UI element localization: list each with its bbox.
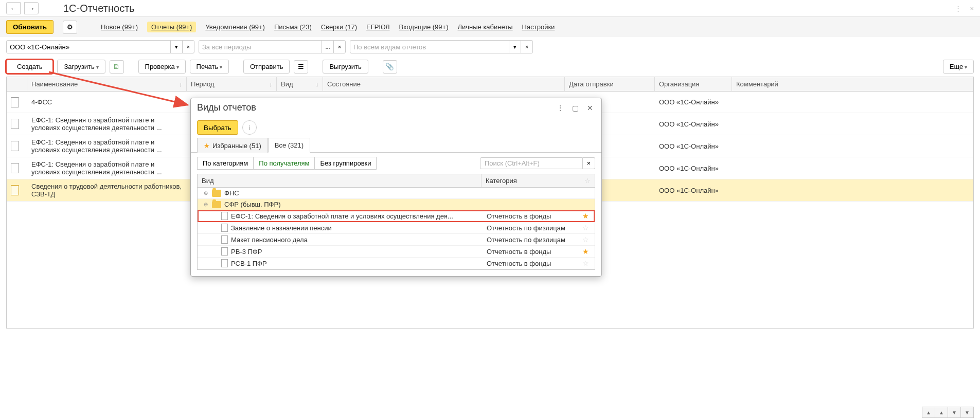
col-type[interactable]: Вид↓ [277, 77, 323, 91]
period-filter-input[interactable] [199, 40, 322, 53]
tree-category: Отчетность в фонды [483, 212, 580, 220]
check-button[interactable]: Проверка [138, 60, 186, 74]
org-filter-input[interactable] [6, 40, 171, 53]
tab-all[interactable]: Все (321) [268, 138, 310, 153]
subtab-categories[interactable]: По категориям [197, 157, 254, 170]
org-dropdown-button[interactable]: ▾ [170, 40, 183, 53]
tree-folder[interactable]: ⊖СФР (бывш. ПФР) [198, 199, 595, 210]
send-button[interactable]: Отправить [243, 60, 290, 74]
period-select-button[interactable]: ... [322, 40, 334, 53]
tree-item[interactable]: ЕФС-1: Сведения о заработной плате и усл… [198, 210, 595, 222]
col-period[interactable]: Период↓ [187, 77, 277, 91]
scroll-down-button[interactable]: ▼ [948, 407, 961, 418]
settings-button[interactable]: ⚙ [63, 21, 77, 34]
modal-col-category[interactable]: Категория ☆ [482, 174, 595, 187]
star-icon: ★ [204, 142, 210, 150]
col-state[interactable]: Состояние [323, 77, 565, 91]
document-icon [11, 185, 19, 195]
more-button[interactable]: Еще [943, 60, 974, 74]
expand-icon[interactable]: ⊖ [204, 202, 210, 207]
type-filter-input[interactable] [350, 40, 509, 53]
tree-item[interactable]: РВ-3 ПФРОтчетность в фонды★ [198, 246, 595, 258]
tree-label: Макет пенсионного дела [231, 236, 483, 244]
cell-name: Сведения о трудовой деятельности работни… [27, 179, 187, 201]
cell-name: ЕФС-1: Сведения о заработной плате и усл… [27, 135, 187, 157]
info-button[interactable]: i [242, 120, 257, 135]
period-clear-button[interactable]: × [333, 40, 346, 53]
col-org[interactable]: Организация [655, 77, 732, 91]
tab-reconciliations[interactable]: Сверки (17) [321, 23, 357, 31]
document-icon [11, 97, 19, 107]
modal-more-icon[interactable]: ⋮ [555, 103, 566, 113]
type-dropdown-button[interactable]: ▾ [509, 40, 521, 53]
select-button[interactable]: Выбрать [197, 120, 238, 135]
scroll-up-button[interactable]: ▲ [935, 407, 948, 418]
tree-category: Отчетность в фонды [483, 260, 580, 267]
search-input[interactable] [480, 157, 583, 169]
refresh-button[interactable]: Обновить [6, 20, 54, 34]
subtab-recipients[interactable]: По получателям [253, 157, 315, 170]
tab-new[interactable]: Новое (99+) [101, 23, 138, 31]
cell-name: ЕФС-1: Сведения о заработной плате и усл… [27, 113, 187, 135]
header-actions: ⋮ × [955, 5, 974, 12]
favorite-star-icon[interactable]: ★ [580, 247, 591, 256]
tab-reports[interactable]: Отчеты (99+) [147, 22, 196, 32]
file-icon [221, 259, 228, 267]
cell-org: ООО «1С-Онлайн» [655, 113, 732, 135]
more-icon[interactable]: ⋮ [955, 5, 961, 12]
tab-notifications[interactable]: Уведомления (99+) [205, 23, 265, 31]
favorite-star-icon[interactable]: ☆ [580, 259, 591, 267]
expand-icon[interactable]: ⊕ [204, 190, 210, 196]
sort-arrow-icon: ↓ [316, 81, 319, 87]
cell-org: ООО «1С-Онлайн» [655, 135, 732, 157]
tree-item[interactable]: Макет пенсионного делаОтчетность по физл… [198, 234, 595, 246]
col-icon[interactable] [7, 77, 27, 91]
tab-cabinets[interactable]: Личные кабинеты [457, 23, 512, 31]
load-button[interactable]: Загрузить [57, 60, 105, 74]
nav-forward-button[interactable]: → [24, 2, 39, 14]
create-button[interactable]: Создать [6, 60, 53, 74]
tab-letters[interactable]: Письма (23) [274, 23, 312, 31]
tab-egrul[interactable]: ЕГРЮЛ [366, 23, 389, 31]
cell-name: 4-ФСС [27, 92, 187, 113]
modal-col-type[interactable]: Вид [198, 174, 482, 187]
tab-settings[interactable]: Настройки [522, 23, 555, 31]
scroll-top-button[interactable]: ▲ [922, 407, 935, 418]
close-icon[interactable]: × [970, 5, 974, 12]
modal-tabs: ★ Избранные (51) Все (321) [191, 138, 601, 153]
list-button[interactable]: ☰ [294, 60, 308, 74]
tree-item[interactable]: РСВ-1 ПФРОтчетность в фонды☆ [198, 258, 595, 269]
col-sent[interactable]: Дата отправки [565, 77, 655, 91]
reload-file-button[interactable]: 🗎 [110, 60, 124, 74]
tree-folder[interactable]: ⊕ФНС [198, 188, 595, 199]
favorite-star-icon[interactable]: ★ [580, 212, 591, 220]
tree-label: РВ-3 ПФР [231, 248, 483, 256]
file-icon [221, 235, 228, 244]
col-comment[interactable]: Комментарий [732, 77, 973, 91]
favorite-star-icon[interactable]: ☆ [580, 235, 591, 244]
star-outline-icon[interactable]: ☆ [584, 177, 591, 185]
file-icon [221, 224, 228, 232]
col-name[interactable]: Наименование↓ [27, 77, 187, 91]
tab-incoming[interactable]: Входящие (99+) [399, 23, 449, 31]
nav-back-button[interactable]: ← [6, 2, 21, 14]
folder-icon [212, 190, 221, 197]
print-button[interactable]: Печать [190, 60, 229, 74]
modal-maximize-icon[interactable]: ▢ [570, 103, 581, 113]
org-clear-button[interactable]: × [182, 40, 194, 53]
export-button[interactable]: Выгрузить [323, 60, 368, 74]
modal-close-icon[interactable]: ✕ [585, 103, 595, 113]
scroll-bottom-button[interactable]: ▼ [960, 407, 974, 418]
type-clear-button[interactable]: × [521, 40, 533, 53]
favorite-star-icon[interactable]: ☆ [580, 224, 591, 232]
tree-label: ЕФС-1: Сведения о заработной плате и усл… [231, 212, 483, 220]
file-icon [221, 212, 228, 220]
attach-button[interactable]: 📎 [383, 60, 397, 74]
tree-item[interactable]: Заявление о назначении пенсииОтчетность … [198, 222, 595, 234]
search-clear-button[interactable]: × [583, 157, 595, 169]
tab-favorites[interactable]: ★ Избранные (51) [197, 138, 268, 153]
sort-arrow-icon: ↓ [270, 81, 273, 87]
tree-label: СФР (бывш. ПФР) [224, 201, 483, 208]
subtab-none[interactable]: Без группировки [314, 157, 377, 170]
tree-label: ФНС [224, 189, 483, 197]
